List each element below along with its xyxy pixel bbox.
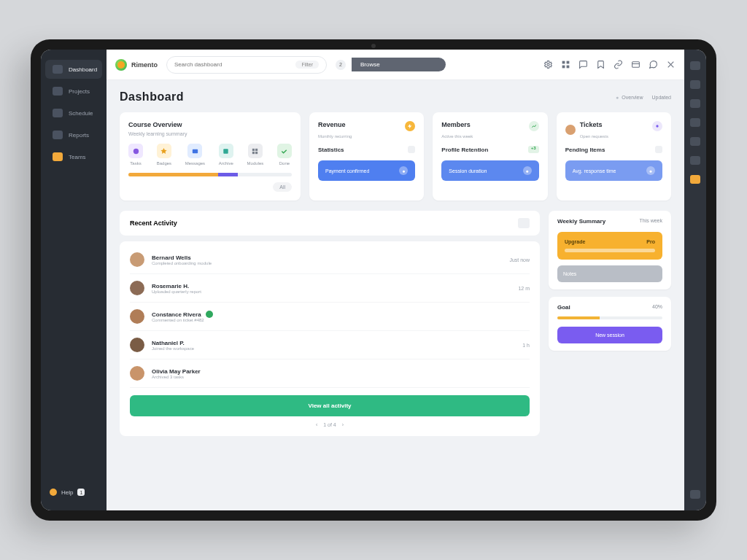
summary-title: Weekly Summary (557, 218, 605, 225)
topbar: Rimento Filter 2 Browse (107, 50, 684, 80)
messages-icon (187, 144, 202, 158)
stat-footer[interactable]: Session duration● (441, 160, 538, 181)
sidebar-item-label: Schedule (69, 110, 93, 117)
search-filter-pill[interactable]: Filter (295, 61, 319, 69)
sidebar-item-label: Reports (69, 132, 89, 139)
svg-rect-15 (255, 151, 258, 153)
goal-progress (557, 316, 662, 319)
secondary-promo[interactable]: Notes (557, 265, 662, 282)
brand[interactable]: Rimento (115, 59, 158, 71)
rail-star-icon[interactable] (690, 175, 700, 184)
overview-progress (128, 173, 292, 176)
tab-count-badge: 2 (336, 60, 346, 70)
svg-rect-10 (193, 149, 198, 153)
activity-time: 1 h (522, 343, 530, 348)
avatar (565, 125, 576, 135)
rail-calendar-icon[interactable] (690, 80, 700, 89)
activity-item[interactable]: Nathaniel P.Joined the workspace 1 h (130, 331, 530, 359)
summary-card: Weekly SummaryThis week UpgradePro Notes (549, 211, 671, 289)
grid-icon[interactable] (560, 60, 570, 70)
sidebar-footer-label: Help (61, 489, 73, 496)
activity-pager[interactable]: ‹1 of 4› (130, 422, 530, 427)
activity-item[interactable]: Bernard WellsCompleted onboarding module… (130, 246, 530, 274)
sidebar-item-dashboard[interactable]: Dashboard (45, 60, 102, 79)
svg-rect-1 (562, 61, 565, 64)
rail-files-icon[interactable] (690, 137, 700, 146)
overview-metric-archive[interactable]: Archive (219, 144, 233, 166)
settings-icon[interactable] (543, 60, 553, 70)
sidebar-item-label: Projects (69, 88, 90, 95)
svg-rect-2 (566, 61, 569, 64)
goal-title: Goal (557, 304, 570, 311)
svg-rect-13 (255, 148, 258, 150)
rail-notes-icon[interactable] (690, 99, 700, 108)
rail-apps-icon[interactable] (690, 61, 700, 70)
search-input[interactable] (174, 61, 290, 68)
search-box[interactable]: Filter (166, 56, 327, 74)
activity-header: Recent Activity (120, 211, 540, 236)
rail-settings-icon[interactable] (690, 490, 700, 499)
overview-filter-chip[interactable]: All (273, 182, 292, 192)
card-icon[interactable] (630, 60, 640, 70)
svg-point-16 (656, 125, 658, 127)
brand-name: Rimento (131, 61, 158, 69)
overview-metric-tasks[interactable]: Tasks (128, 144, 143, 166)
stat-card-members: Members Active this week Profile Retenti… (433, 112, 547, 201)
overview-metric-messages[interactable]: Messages (185, 144, 205, 166)
page-title: Dashboard (120, 90, 184, 104)
stat-subtitle: Active this week (441, 134, 473, 139)
sidebar-item-teams[interactable]: Teams (45, 147, 102, 166)
page-header: Dashboard Overview Updated (120, 90, 671, 104)
summary-meta: This week (639, 218, 662, 225)
activity-time: Just now (509, 257, 530, 262)
upgrade-promo[interactable]: UpgradePro (557, 232, 662, 260)
sidebar-item-schedule[interactable]: Schedule (45, 104, 102, 122)
more-icon[interactable] (665, 60, 676, 70)
stat-badge: +3 (528, 146, 539, 153)
rail-inbox-icon[interactable] (690, 156, 700, 165)
active-browser-tab[interactable]: Browse (352, 58, 446, 71)
rail-tasks-icon[interactable] (690, 118, 700, 127)
bookmark-icon[interactable] (595, 60, 605, 70)
new-session-button[interactable]: New session (557, 327, 662, 343)
stat-title: Members (441, 121, 473, 128)
expand-icon[interactable] (518, 218, 530, 228)
stat-mini-icon (408, 146, 415, 153)
sidebar-footer[interactable]: Help 1 (41, 484, 107, 500)
avatar (130, 366, 144, 381)
schedule-icon (53, 109, 63, 117)
sidebar: Dashboard Projects Schedule Reports Team… (41, 50, 107, 510)
avatar (130, 338, 144, 352)
sidebar-item-projects[interactable]: Projects (45, 82, 102, 101)
svg-rect-11 (224, 149, 228, 153)
avatar (130, 281, 144, 295)
stat-title: Revenue (318, 121, 352, 128)
stat-footer[interactable]: Avg. response time● (565, 160, 662, 181)
stat-subtitle: Open requests (580, 134, 608, 139)
stat-card-revenue: Revenue Monthly recurring Statistics Pay… (309, 112, 424, 201)
sidebar-item-reports[interactable]: Reports (45, 125, 102, 144)
stat-mini-icon (655, 146, 662, 153)
activity-view-all-button[interactable]: View all activity (130, 395, 530, 416)
stat-card-tickets: Tickets Open requests Pending Items Avg.… (557, 112, 671, 201)
stat-title: Tickets (580, 121, 608, 128)
comment-icon[interactable] (648, 60, 658, 70)
activity-item[interactable]: Rosemarie H.Uploaded quarterly report 12… (130, 274, 530, 303)
overview-metric-badges[interactable]: Badges (157, 144, 171, 166)
svg-point-0 (546, 63, 549, 66)
activity-item[interactable]: Olivia May ParkerArchived 3 tasks (130, 359, 530, 388)
activity-item[interactable]: Constance RiveraCommented on ticket #482 (130, 303, 530, 331)
right-rail (684, 50, 706, 510)
help-icon (50, 489, 57, 496)
done-icon (277, 144, 292, 158)
page-meta-right: Updated (652, 95, 671, 100)
stat-footer[interactable]: Payment confirmed● (318, 160, 415, 181)
projects-icon (53, 87, 63, 96)
sidebar-item-label: Teams (69, 154, 86, 160)
overview-metric-modules[interactable]: Modules (247, 144, 264, 166)
overview-metric-done[interactable]: Done (277, 144, 292, 166)
overview-card: Course Overview Weekly learning summary … (120, 112, 301, 201)
chat-icon[interactable] (578, 60, 588, 70)
svg-rect-3 (562, 66, 565, 69)
link-icon[interactable] (613, 60, 623, 70)
